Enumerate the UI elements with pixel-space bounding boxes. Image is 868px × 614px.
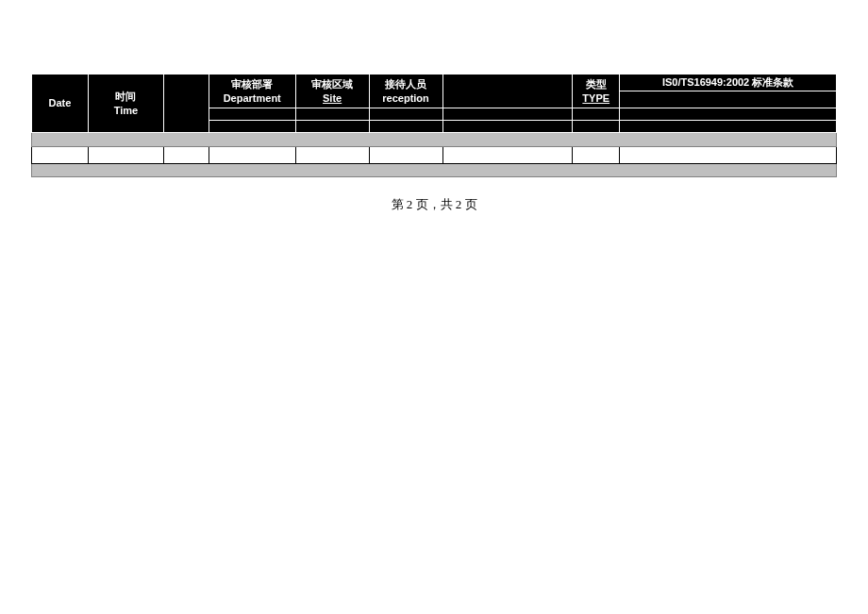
header-reception-en: reception bbox=[372, 91, 441, 105]
subrow1-c1 bbox=[209, 108, 295, 121]
data-row-c2 bbox=[88, 147, 163, 164]
page-number: 第 2 页，共 2 页 bbox=[392, 197, 477, 211]
header-date: Date bbox=[32, 75, 89, 133]
header-site-cn: 审核区域 bbox=[298, 77, 367, 91]
header-department-cn: 审核部署 bbox=[211, 77, 293, 91]
page-footer: 第 2 页，共 2 页 bbox=[0, 196, 868, 213]
header-reception: 接待人员 reception bbox=[369, 75, 442, 108]
header-time: 时间 Time bbox=[88, 75, 163, 133]
header-iso-label: IS0/TS16949:2002 标准条款 bbox=[662, 76, 793, 88]
data-row-c8 bbox=[573, 147, 620, 164]
header-site: 审核区域 Site bbox=[295, 75, 369, 108]
header-iso-sub1 bbox=[620, 91, 837, 108]
header-department: 审核部署 Department bbox=[209, 75, 295, 108]
data-row-c3 bbox=[163, 147, 209, 164]
header-iso: IS0/TS16949:2002 标准条款 bbox=[620, 75, 837, 91]
subrow1-c6 bbox=[620, 108, 837, 121]
subrow2-c4 bbox=[442, 121, 573, 133]
data-row-c7 bbox=[442, 147, 573, 164]
data-row-c5 bbox=[295, 147, 369, 164]
header-type-cn: 类型 bbox=[575, 77, 617, 91]
subrow1-c3 bbox=[369, 108, 442, 121]
header-site-en: Site bbox=[298, 91, 367, 105]
data-row-c4 bbox=[209, 147, 295, 164]
header-type-en: TYPE bbox=[575, 91, 617, 105]
audit-table: Date 时间 Time 审核部署 Department 审核区域 Sit bbox=[31, 74, 837, 177]
subrow2-c2 bbox=[295, 121, 369, 133]
header-middle bbox=[442, 75, 573, 108]
header-date-en: Date bbox=[34, 96, 86, 109]
data-row-c9 bbox=[620, 147, 837, 164]
header-gap bbox=[163, 75, 209, 133]
separator-row-1 bbox=[32, 133, 837, 147]
header-time-cn: 时间 bbox=[91, 90, 161, 103]
subrow1-c2 bbox=[295, 108, 369, 121]
data-row-c6 bbox=[369, 147, 442, 164]
subrow2-c5 bbox=[573, 121, 620, 133]
data-row-c1 bbox=[32, 147, 89, 164]
subrow2-c3 bbox=[369, 121, 442, 133]
separator-row-2 bbox=[32, 164, 837, 177]
header-department-en: Department bbox=[211, 91, 293, 105]
header-reception-cn: 接待人员 bbox=[372, 77, 441, 91]
subrow1-c4 bbox=[442, 108, 573, 121]
header-time-en: Time bbox=[91, 104, 161, 117]
subrow2-c1 bbox=[209, 121, 295, 133]
subrow1-c5 bbox=[573, 108, 620, 121]
subrow2-c6 bbox=[620, 121, 837, 133]
header-type: 类型 TYPE bbox=[573, 75, 620, 108]
